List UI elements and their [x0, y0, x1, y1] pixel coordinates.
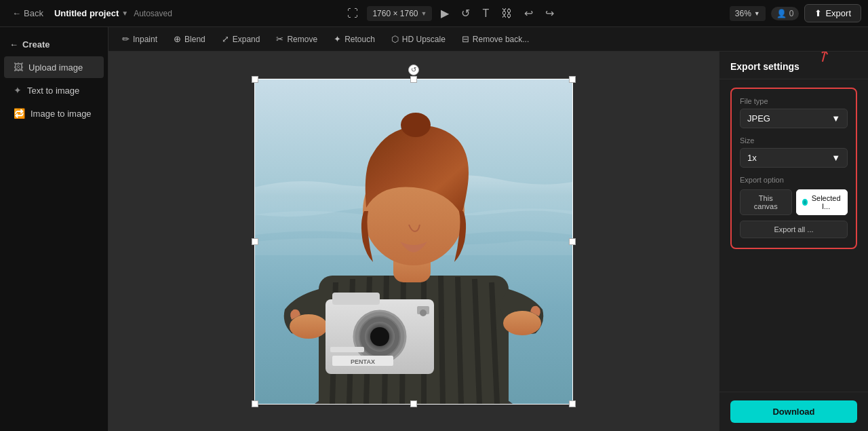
- retouch-label: Retouch: [344, 35, 375, 44]
- hd-upscale-button[interactable]: ⬡ HD Upscale: [384, 31, 452, 47]
- top-bar: ← Back Untitled project ▼ Autosaved ⛶ 17…: [0, 0, 868, 27]
- sidebar-create: ← Create: [0, 34, 108, 55]
- size-label: Size: [740, 136, 848, 145]
- sidebar-item-upload[interactable]: 🖼 Upload image: [4, 56, 104, 78]
- sidebar-item-text[interactable]: ✦ Text to image: [4, 79, 104, 101]
- inpaint-icon: ✏: [122, 34, 130, 44]
- chevron-down-icon: ▼: [754, 10, 760, 17]
- zoom-value: 36%: [735, 9, 751, 18]
- handle-bottom-mid[interactable]: [410, 400, 417, 407]
- redo-icon[interactable]: ↪: [542, 3, 557, 23]
- rotate-handle[interactable]: ↺: [408, 64, 419, 75]
- handle-top-mid[interactable]: [410, 76, 417, 83]
- remove-button[interactable]: ✂ Remove: [269, 31, 324, 47]
- this-canvas-button[interactable]: This canvas: [740, 189, 792, 215]
- top-center-controls: ⛶ 1760 × 1760 ▼ ▶ ↺ T ⛓ ↩ ↪: [344, 3, 557, 23]
- handle-bottom-right[interactable]: [569, 400, 576, 407]
- canvas-size[interactable]: 1760 × 1760 ▼: [367, 6, 432, 21]
- toolbar: ✏ Inpaint ⊕ Blend ⤢ Expand ✂ Remove ✦ Re…: [108, 27, 868, 52]
- chevron-down-icon: ▼: [121, 10, 128, 17]
- download-button[interactable]: Download: [730, 400, 857, 423]
- selected-layers-button[interactable]: Selected I...: [796, 189, 848, 215]
- retouch-button[interactable]: ✦ Retouch: [327, 31, 382, 47]
- size-value: 1x: [747, 153, 757, 163]
- blend-label: Blend: [184, 35, 205, 44]
- retouch-icon: ✦: [334, 34, 341, 44]
- export-panel: ↗ Export settings File type JPEG ▼: [719, 52, 868, 431]
- inpaint-button[interactable]: ✏ Inpaint: [115, 31, 164, 47]
- export-options-border: File type JPEG ▼ Size 1x ▼: [730, 88, 857, 249]
- export-all-label: Export all ...: [774, 225, 813, 233]
- resize-icon[interactable]: ⛶: [344, 4, 361, 23]
- selection-box: ↺: [254, 79, 573, 405]
- sidebar: ← Create 🖼 Upload image ✦ Text to image …: [0, 27, 108, 431]
- text-image-label: Text to image: [27, 86, 79, 96]
- export-option-label: Export option: [740, 176, 848, 184]
- refresh-icon[interactable]: ↺: [458, 3, 473, 23]
- project-title: Untitled project: [54, 8, 119, 18]
- download-section: Download: [719, 392, 868, 431]
- chevron-down-icon: ▼: [831, 153, 840, 163]
- undo-icon[interactable]: ↩: [521, 3, 536, 23]
- blend-icon: ⊕: [174, 34, 181, 44]
- file-type-group: File type JPEG ▼: [740, 97, 848, 128]
- play-icon[interactable]: ▶: [437, 3, 452, 23]
- handle-mid-right[interactable]: [569, 238, 576, 245]
- upload-image-label: Upload image: [28, 62, 83, 73]
- upload-icon: ⬆: [814, 8, 822, 18]
- link-icon[interactable]: ⛓: [498, 4, 515, 23]
- export-panel-title: Export settings: [719, 52, 868, 79]
- main-layout: ← Create 🖼 Upload image ✦ Text to image …: [0, 27, 868, 431]
- remove-icon: ✂: [276, 34, 283, 44]
- expand-icon: ⤢: [222, 34, 229, 44]
- expand-label: Expand: [233, 35, 260, 44]
- back-label: Back: [24, 8, 43, 18]
- blend-button[interactable]: ⊕ Blend: [167, 31, 212, 47]
- handle-mid-left[interactable]: [252, 238, 258, 245]
- create-label: Create: [22, 39, 50, 50]
- radio-icon: [802, 199, 808, 206]
- export-option-buttons: This canvas Selected I...: [740, 189, 848, 215]
- file-type-label: File type: [740, 97, 848, 105]
- hd-label: HD Upscale: [402, 35, 446, 44]
- project-name[interactable]: Untitled project ▼: [54, 8, 128, 18]
- back-icon: ←: [12, 8, 21, 18]
- image-canvas: PENTAX: [254, 79, 573, 405]
- export-label: Export: [825, 8, 851, 18]
- chevron-down-icon: ▼: [421, 10, 427, 17]
- top-right-controls: 36% ▼ 👤 0 ⬆ Export: [730, 4, 861, 22]
- content-area: ✏ Inpaint ⊕ Blend ⤢ Expand ✂ Remove ✦ Re…: [108, 27, 868, 431]
- download-label: Download: [772, 407, 814, 417]
- remove-back-icon: ⊟: [462, 34, 469, 44]
- sidebar-item-image[interactable]: 🔁 Image to image: [4, 102, 104, 124]
- export-button[interactable]: ⬆ Export: [804, 4, 861, 22]
- file-type-select[interactable]: JPEG ▼: [740, 109, 848, 128]
- handle-bottom-left[interactable]: [252, 400, 258, 407]
- canvas-area: PENTAX: [108, 52, 719, 431]
- remove-back-button[interactable]: ⊟ Remove back...: [455, 31, 536, 47]
- back-button[interactable]: ← Back: [7, 5, 49, 21]
- autosaved-label: Autosaved: [134, 9, 172, 18]
- this-canvas-label: This canvas: [754, 194, 778, 210]
- file-type-value: JPEG: [747, 113, 770, 124]
- image-image-icon: 🔁: [14, 108, 25, 119]
- arrow-left-icon: ←: [9, 39, 18, 50]
- export-all-button[interactable]: Export all ...: [740, 221, 848, 238]
- hd-icon: ⬡: [391, 34, 399, 44]
- canvas-size-value: 1760 × 1760: [372, 9, 418, 18]
- user-badge: 👤 0: [771, 7, 800, 20]
- handle-top-left[interactable]: [252, 76, 258, 83]
- size-select[interactable]: 1x ▼: [740, 148, 848, 168]
- upload-image-icon: 🖼: [14, 62, 23, 73]
- handle-top-right[interactable]: [569, 76, 576, 83]
- text-icon[interactable]: T: [479, 4, 492, 23]
- user-count: 0: [789, 9, 794, 18]
- zoom-control[interactable]: 36% ▼: [730, 6, 766, 21]
- image-image-label: Image to image: [31, 109, 92, 119]
- text-image-icon: ✦: [14, 85, 22, 96]
- remove-label: Remove: [287, 35, 317, 44]
- chevron-down-icon: ▼: [831, 113, 840, 124]
- size-group: Size 1x ▼: [740, 136, 848, 168]
- expand-button[interactable]: ⤢ Expand: [215, 31, 267, 47]
- export-option-group: Export option This canvas Selected I...: [740, 176, 848, 238]
